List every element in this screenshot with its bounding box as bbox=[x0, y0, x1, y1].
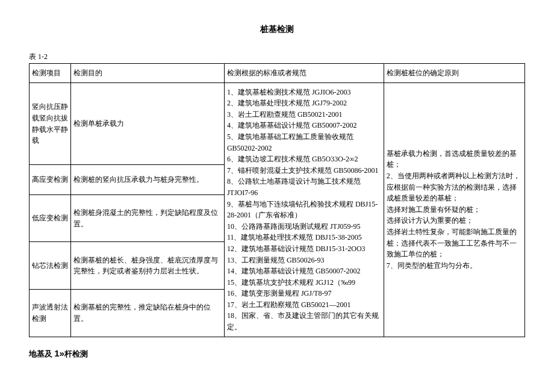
subtitle: 地基及 1»杆检测 bbox=[29, 348, 525, 359]
standard-line: 13、工程测量规范 GB50026-93 bbox=[227, 255, 381, 266]
principle-line: 基桩承载力检测，首选成桩质量较差的基桩； bbox=[387, 148, 522, 170]
standard-line: 17、岩土工程勘察规范 GB50021—2001 bbox=[227, 299, 381, 311]
principle-line: 7、同类型的桩宜均匀分布。 bbox=[387, 260, 522, 272]
subtitle-suffix: 杆检测 bbox=[64, 349, 88, 358]
standard-line: 15、建筑基坑支护技术规程 JGJ12（‰99 bbox=[227, 277, 381, 288]
standard-line: 10、公路路基路面现场测试规程 JTJ059-95 bbox=[227, 221, 381, 232]
cell-item: 竖向抗压静载竖向抗拔静载水平静载 bbox=[30, 82, 71, 165]
cell-purpose: 检测基桩的完整性，推定缺陷在桩身中的位置。 bbox=[71, 290, 225, 337]
principle-line: 选择设计方认为重要的桩； bbox=[387, 215, 522, 226]
cell-item: 声波透射法检测 bbox=[30, 290, 71, 337]
standard-line: 4、建筑地基基础设计规范 GB50007-2002 bbox=[227, 120, 381, 131]
standard-line: 18、国家、省、市及建设主管部门的其它有关规定。 bbox=[227, 310, 381, 332]
subtitle-big: 1» bbox=[54, 348, 64, 358]
cell-item: 低应变检测 bbox=[30, 194, 71, 242]
principle-line: 选择对施工质量有怀疑的桩； bbox=[387, 204, 522, 216]
subtitle-prefix: 地基及 bbox=[29, 349, 54, 358]
standard-line: 11、建筑地基处理技术规范 DBJ15-38-2005 bbox=[227, 232, 381, 243]
cell-item: 高应变检测 bbox=[30, 165, 71, 194]
table-label: 表 1-2 bbox=[29, 52, 525, 62]
cell-purpose: 检测桩身混凝土的完整性，判定缺陷程度及位置。 bbox=[71, 194, 225, 242]
cell-purpose: 检测基桩的桩长、桩身强度、桩底沉渣厚度与完整性，判定或者鉴别持力层岩土性状。 bbox=[71, 242, 225, 290]
principle-line: 2、当使用两种或者两种以上检测方法时，应根据前一种实验方法的检测结果，选择成桩质… bbox=[387, 170, 522, 204]
standard-line: 9、基桩与地下连续墙钻孔检验技术规程 DBJ15-28-2001（广东省标准） bbox=[227, 199, 381, 221]
standard-line: 8、公路软土地基路堤设计与施工技术规范 JTJOI7-96 bbox=[227, 176, 381, 198]
standard-line: 1、建筑基桩检测技术规范 JGJIO6-2003 bbox=[227, 87, 381, 98]
cell-purpose: 检测桩的竖向抗压承载力与桩身完整性。 bbox=[71, 165, 225, 194]
standard-line: 7、锚杆喷射混凝土支护技术规范 GB50086-2001 bbox=[227, 165, 381, 176]
standard-line: 3、岩土工程勘查规范 GB50021-2001 bbox=[227, 109, 381, 120]
cell-principle: 基桩承载力检测，首选成桩质量较差的基桩；2、当使用两种或者两种以上检测方法时，应… bbox=[384, 82, 524, 337]
page-title: 桩基检测 bbox=[29, 24, 525, 35]
main-table: 检测项目 检测目的 检测根据的标准或者规范 检测桩桩位的确定原则 竖向抗压静载竖… bbox=[29, 63, 525, 337]
standard-line: 6、建筑边坡工程技术规范 GB5O33O-2∞2 bbox=[227, 154, 381, 165]
header-basis: 检测根据的标准或者规范 bbox=[224, 64, 384, 83]
table-row: 竖向抗压静载竖向抗拔静载水平静载 检测单桩承载力 1、建筑基桩检测技术规范 JG… bbox=[30, 82, 525, 165]
standard-line: 16、建筑变形测量规程 JGJ/T8-97 bbox=[227, 288, 381, 299]
standard-line: 2、建筑地基处理技术规范 JGJ79-2002 bbox=[227, 98, 381, 109]
principle-line: 选择岩土特性复杂，可能影响施工质量的桩；选择代表不一致施工工艺条件与不一致施工单… bbox=[387, 226, 522, 260]
standard-line: 5、建筑地基基础工程施工质量验收规范 GB50202-2002 bbox=[227, 131, 381, 154]
cell-item: 钻芯法检测 bbox=[30, 242, 71, 290]
header-item: 检测项目 bbox=[30, 64, 71, 83]
standard-line: 12、建筑地基基础设计规范 DBJ15-31-2OO3 bbox=[227, 243, 381, 255]
header-purpose: 检测目的 bbox=[71, 64, 225, 83]
header-principle: 检测桩桩位的确定原则 bbox=[384, 64, 524, 83]
standard-line: 14、建筑地基基础设计规范 GB50007-2002 bbox=[227, 266, 381, 277]
table-header-row: 检测项目 检测目的 检测根据的标准或者规范 检测桩桩位的确定原则 bbox=[30, 64, 525, 83]
cell-basis: 1、建筑基桩检测技术规范 JGJIO6-20032、建筑地基处理技术规范 JGJ… bbox=[224, 82, 384, 337]
cell-purpose: 检测单桩承载力 bbox=[71, 82, 225, 165]
